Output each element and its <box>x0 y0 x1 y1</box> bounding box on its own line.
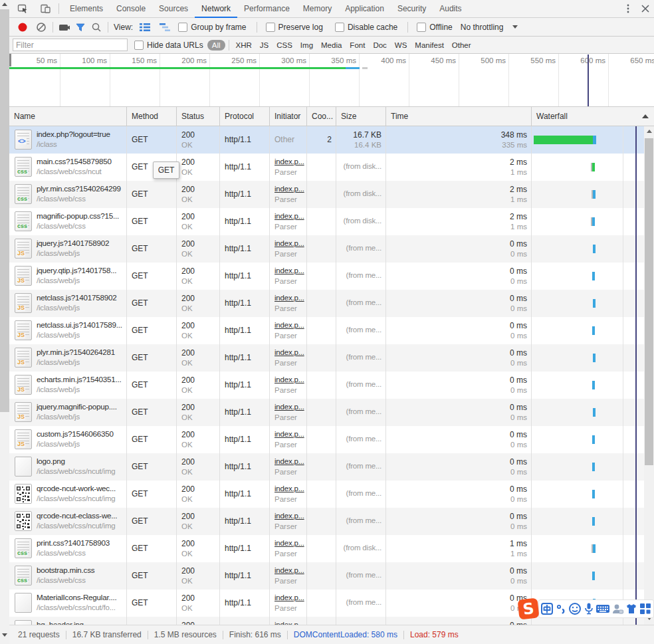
request-name[interactable]: logo.png <box>37 457 65 465</box>
table-row[interactable]: qrcode-ncut-work-wec.../iclass/web/css/n… <box>9 481 644 508</box>
inspect-icon[interactable] <box>15 2 31 15</box>
close-icon[interactable] <box>637 0 654 18</box>
tab-elements[interactable]: Elements <box>63 0 110 18</box>
timeline-overview[interactable]: 50 ms100 ms150 ms200 ms250 ms300 ms350 m… <box>9 54 654 107</box>
waterfall-scrollbar[interactable] <box>644 126 654 625</box>
initiator-link[interactable]: index.p... <box>274 158 304 165</box>
toolbox-icon[interactable] <box>638 601 652 616</box>
throttling-select[interactable]: No throttling <box>461 23 504 32</box>
column-header-time[interactable]: Time <box>385 107 531 126</box>
column-header-coo[interactable]: Coo... <box>306 107 336 126</box>
table-row[interactable]: JSjquery.qtip.js?1401758.../iclass/web/j… <box>9 263 644 290</box>
request-name[interactable]: print.css?1401758903 <box>37 538 110 547</box>
tab-memory[interactable]: Memory <box>296 0 338 18</box>
request-name[interactable]: MaterialIcons-Regular.... <box>37 593 116 601</box>
keyboard-icon[interactable] <box>596 601 610 616</box>
more-menu-icon[interactable] <box>619 0 637 18</box>
table-row[interactable]: logo.png/iclass/web/css/ncut/imgGET200OK… <box>9 453 644 481</box>
punctuation-icon[interactable] <box>554 601 568 616</box>
initiator-link[interactable]: index.p... <box>274 403 304 411</box>
group-by-frame-checkbox[interactable] <box>178 23 187 32</box>
tab-audits[interactable]: Audits <box>433 0 468 18</box>
table-row[interactable]: qrcode-ncut-eclass-we.../iclass/web/css/… <box>9 508 644 535</box>
column-header-method[interactable]: Method <box>126 107 176 126</box>
emoji-icon[interactable] <box>568 601 582 616</box>
offline-checkbox[interactable] <box>417 23 426 32</box>
preserve-log-checkbox[interactable] <box>266 23 275 32</box>
initiator-link[interactable]: index.p... <box>274 267 304 274</box>
initiator-link[interactable]: index.p... <box>274 539 304 547</box>
request-name[interactable]: qrcode-ncut-eclass-we... <box>37 511 117 520</box>
request-name[interactable]: bootstrap.min.css <box>37 566 94 574</box>
microphone-icon[interactable] <box>582 601 596 616</box>
initiator-link[interactable]: index.p... <box>274 566 304 574</box>
preserve-log-label[interactable]: Preserve log <box>278 23 323 32</box>
request-name[interactable]: plyr.min.css?1540264299 <box>37 184 121 193</box>
request-name[interactable]: custom.js?1546066350 <box>37 429 114 438</box>
screenshot-icon[interactable] <box>56 20 72 35</box>
filter-type-js[interactable]: JS <box>258 41 271 49</box>
table-row[interactable]: JSnetclass.js?1401758902/iclass/web/jsGE… <box>9 290 644 317</box>
filter-type-xhr[interactable]: XHR <box>234 41 254 49</box>
filter-type-ws[interactable]: WS <box>393 41 409 49</box>
column-header-name[interactable]: Name <box>9 107 126 126</box>
small-rows-icon[interactable] <box>137 20 153 35</box>
table-row[interactable]: JSjquery.magnific-popup..../iclass/web/j… <box>9 399 644 426</box>
table-row[interactable]: JScustom.js?1546066350/iclass/web/jsGET2… <box>9 426 644 453</box>
initiator-link[interactable]: index.p... <box>274 593 304 601</box>
column-header-initiator[interactable]: Initiator <box>269 107 306 126</box>
initiator-link[interactable]: index.p... <box>274 512 304 520</box>
filter-type-doc[interactable]: Doc <box>371 41 388 49</box>
filter-type-img[interactable]: Img <box>298 41 315 49</box>
filter-input[interactable] <box>13 39 128 51</box>
request-name[interactable]: plyr.min.js?1540264281 <box>37 348 115 356</box>
column-header-size[interactable]: Size <box>336 107 385 126</box>
scroll-down-icon[interactable] <box>2 633 7 637</box>
table-row[interactable]: cssmagnific-popup.css?15.../iclass/web/c… <box>9 208 644 235</box>
filter-type-font[interactable]: Font <box>348 41 367 49</box>
column-header-status[interactable]: Status <box>176 107 219 126</box>
initiator-link[interactable]: index.p... <box>274 376 304 383</box>
request-name[interactable]: jquery.magnific-popup.... <box>37 402 117 411</box>
filter-type-media[interactable]: Media <box>319 41 344 49</box>
overview-handle[interactable] <box>9 54 11 66</box>
request-name[interactable]: echarts.min.js?1540351... <box>37 375 122 383</box>
chinese-mode-icon[interactable] <box>540 601 554 616</box>
filter-type-css[interactable]: CSS <box>274 41 294 49</box>
table-row[interactable]: cssplyr.min.css?1540264299/iclass/web/cs… <box>9 181 644 208</box>
request-name[interactable]: jquery.js?1401758902 <box>37 239 109 247</box>
filter-type-other[interactable]: Other <box>450 41 473 49</box>
request-name[interactable]: index.php?logout=true <box>37 130 110 138</box>
table-row[interactable]: JSjquery.js?1401758902/iclass/web/jsGET2… <box>9 235 644 263</box>
hide-data-urls-checkbox[interactable] <box>134 41 144 50</box>
filter-type-all[interactable]: All <box>207 40 225 51</box>
table-row[interactable]: cssbootstrap.min.css/iclass/web/cssGET20… <box>9 562 644 590</box>
filter-type-manifest[interactable]: Manifest <box>413 41 445 49</box>
record-icon[interactable] <box>15 20 31 35</box>
table-row[interactable]: cssmain.css?1545879850/iclass/web/css/nc… <box>9 154 644 181</box>
request-name[interactable]: qrcode-ncut-work-wec... <box>37 484 116 492</box>
overview-icon[interactable] <box>157 20 173 35</box>
table-row[interactable]: JSplyr.min.js?1540264281/iclass/web/jsGE… <box>9 344 644 372</box>
tab-security[interactable]: Security <box>391 0 433 18</box>
page-scrollbar-left[interactable] <box>0 0 9 644</box>
offline-label[interactable]: Offline <box>429 23 452 32</box>
table-row[interactable]: JSnetclass.ui.js?14017589.../iclass/web/… <box>9 317 644 344</box>
disable-cache-checkbox[interactable] <box>335 23 344 32</box>
tab-network[interactable]: Network <box>195 0 237 18</box>
request-name[interactable]: jquery.qtip.js?1401758... <box>37 266 116 274</box>
request-name[interactable]: main.css?1545879850 <box>37 157 112 165</box>
clear-icon[interactable] <box>33 20 49 35</box>
initiator-link[interactable]: index.p... <box>274 239 304 247</box>
request-name[interactable]: bg_header.jpg <box>37 620 84 625</box>
initiator-link[interactable]: index.p... <box>274 185 304 193</box>
search-icon[interactable] <box>88 20 104 35</box>
tab-sources[interactable]: Sources <box>152 0 195 18</box>
initiator-link[interactable]: index.p... <box>274 430 304 438</box>
hide-data-urls-label[interactable]: Hide data URLs <box>147 41 203 50</box>
initiator-link[interactable]: index.p... <box>274 212 304 220</box>
initiator-link[interactable]: index.p... <box>274 294 304 302</box>
request-name[interactable]: netclass.ui.js?14017589... <box>37 320 122 329</box>
tab-console[interactable]: Console <box>110 0 152 18</box>
request-name[interactable]: netclass.js?1401758902 <box>37 293 117 302</box>
